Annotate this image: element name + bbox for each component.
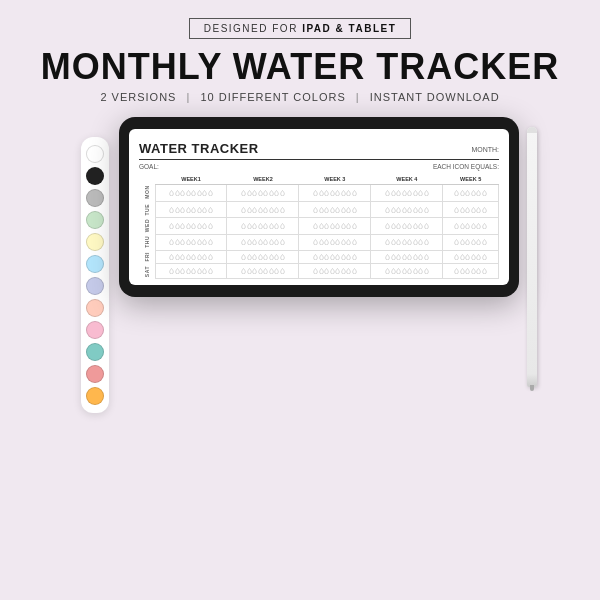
drop-icon — [341, 239, 346, 245]
swatch-white[interactable] — [86, 145, 104, 163]
drop-icon — [482, 190, 487, 196]
drop-icon — [460, 223, 465, 229]
drop-icon — [169, 190, 174, 196]
pencil-top — [527, 127, 537, 133]
drop-icon — [280, 239, 285, 245]
drop-icon — [352, 190, 357, 196]
drop-icon — [454, 239, 459, 245]
drop-icon — [385, 268, 390, 274]
drop-icon — [274, 239, 279, 245]
drop-icon — [352, 223, 357, 229]
drop-icon — [247, 223, 252, 229]
drop-icon — [313, 207, 318, 213]
drop-icon — [341, 207, 346, 213]
drops-cell — [443, 234, 499, 250]
drop-icon — [385, 207, 390, 213]
drop-icon — [258, 254, 263, 260]
swatch-light-green[interactable] — [86, 211, 104, 229]
swatch-light-orange[interactable] — [86, 299, 104, 317]
col-header-week4: WEEK 4 — [371, 174, 443, 185]
subtitle-sep2: | — [356, 91, 360, 103]
drop-icon — [208, 239, 213, 245]
drop-icon — [258, 223, 263, 229]
subtitle-part3: INSTANT DOWNLOAD — [370, 91, 500, 103]
swatch-gray[interactable] — [86, 189, 104, 207]
tracker-month: MONTH: — [471, 146, 499, 153]
drop-icon — [324, 190, 329, 196]
drop-icon — [319, 268, 324, 274]
drops-cell — [155, 202, 227, 218]
drop-icon — [330, 207, 335, 213]
drop-icon — [407, 254, 412, 260]
drop-icon — [391, 239, 396, 245]
swatch-light-pink[interactable] — [86, 321, 104, 339]
drop-icon — [324, 223, 329, 229]
drops-cell — [299, 250, 371, 264]
main-title: MONTHLY WATER TRACKER — [0, 47, 600, 87]
drop-icon — [413, 254, 418, 260]
swatch-teal[interactable] — [86, 343, 104, 361]
drop-icon — [396, 268, 401, 274]
drop-icon — [313, 239, 318, 245]
drop-icon — [330, 190, 335, 196]
drop-icon — [191, 268, 196, 274]
drop-icon — [263, 207, 268, 213]
drop-icon — [169, 207, 174, 213]
drop-icon — [407, 268, 412, 274]
drops-cell — [227, 217, 299, 234]
table-row: MON — [139, 184, 499, 202]
swatch-light-red[interactable] — [86, 365, 104, 383]
drop-icon — [465, 223, 470, 229]
drops-cell — [443, 217, 499, 234]
drop-icon — [247, 207, 252, 213]
badge-highlight: IPAD & TABLET — [302, 23, 396, 34]
drop-icon — [460, 207, 465, 213]
swatch-light-blue[interactable] — [86, 255, 104, 273]
drop-icon — [413, 268, 418, 274]
goal-label: GOAL: — [139, 163, 159, 170]
drop-icon — [252, 254, 257, 260]
drop-icon — [352, 207, 357, 213]
drop-icon — [465, 190, 470, 196]
swatch-black[interactable] — [86, 167, 104, 185]
subtitle-sep1: | — [186, 91, 190, 103]
drop-icon — [418, 223, 423, 229]
drop-icon — [274, 254, 279, 260]
drop-icon — [324, 239, 329, 245]
drop-icon — [396, 207, 401, 213]
drops-cell — [299, 234, 371, 250]
drop-icon — [482, 223, 487, 229]
drop-icon — [391, 254, 396, 260]
drop-icon — [346, 190, 351, 196]
drop-icon — [330, 268, 335, 274]
swatch-light-yellow[interactable] — [86, 233, 104, 251]
drop-icon — [454, 190, 459, 196]
drop-icon — [247, 190, 252, 196]
day-label: SAT — [139, 264, 155, 279]
drop-icon — [191, 254, 196, 260]
drop-icon — [413, 223, 418, 229]
drop-icon — [471, 207, 476, 213]
tracker-divider — [139, 159, 499, 160]
drop-icon — [280, 268, 285, 274]
drop-icon — [186, 239, 191, 245]
drop-icon — [241, 223, 246, 229]
drop-icon — [313, 223, 318, 229]
drop-icon — [413, 207, 418, 213]
drops-cell — [299, 202, 371, 218]
drop-icon — [280, 223, 285, 229]
day-label: WED — [139, 217, 155, 234]
drop-icon — [396, 239, 401, 245]
drop-icon — [402, 254, 407, 260]
drop-icon — [424, 254, 429, 260]
swatch-light-purple[interactable] — [86, 277, 104, 295]
drops-cell — [443, 264, 499, 279]
drops-cell — [227, 250, 299, 264]
drop-icon — [169, 223, 174, 229]
swatch-orange[interactable] — [86, 387, 104, 405]
drop-icon — [241, 254, 246, 260]
drop-icon — [396, 190, 401, 196]
drop-icon — [269, 268, 274, 274]
drop-icon — [202, 190, 207, 196]
drop-icon — [186, 190, 191, 196]
